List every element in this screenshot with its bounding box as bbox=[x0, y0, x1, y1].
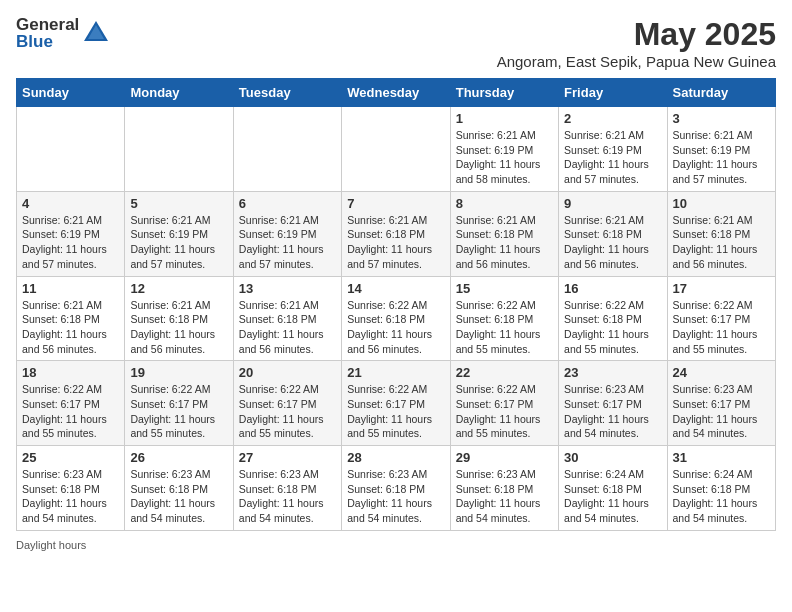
days-of-week-header: SundayMondayTuesdayWednesdayThursdayFrid… bbox=[17, 79, 776, 107]
logo: General Blue bbox=[16, 16, 110, 50]
day-cell: 20Sunrise: 6:22 AM Sunset: 6:17 PM Dayli… bbox=[233, 361, 341, 446]
day-number: 29 bbox=[456, 450, 553, 465]
day-number: 22 bbox=[456, 365, 553, 380]
day-cell: 22Sunrise: 6:22 AM Sunset: 6:17 PM Dayli… bbox=[450, 361, 558, 446]
day-number: 7 bbox=[347, 196, 444, 211]
day-cell: 10Sunrise: 6:21 AM Sunset: 6:18 PM Dayli… bbox=[667, 191, 775, 276]
footer: Daylight hours bbox=[16, 539, 776, 551]
day-number: 26 bbox=[130, 450, 227, 465]
day-info: Sunrise: 6:21 AM Sunset: 6:18 PM Dayligh… bbox=[347, 213, 444, 272]
day-number: 12 bbox=[130, 281, 227, 296]
day-number: 4 bbox=[22, 196, 119, 211]
day-cell: 3Sunrise: 6:21 AM Sunset: 6:19 PM Daylig… bbox=[667, 107, 775, 192]
day-info: Sunrise: 6:21 AM Sunset: 6:19 PM Dayligh… bbox=[239, 213, 336, 272]
day-info: Sunrise: 6:24 AM Sunset: 6:18 PM Dayligh… bbox=[673, 467, 770, 526]
day-info: Sunrise: 6:22 AM Sunset: 6:18 PM Dayligh… bbox=[456, 298, 553, 357]
day-number: 31 bbox=[673, 450, 770, 465]
day-number: 10 bbox=[673, 196, 770, 211]
day-cell: 1Sunrise: 6:21 AM Sunset: 6:19 PM Daylig… bbox=[450, 107, 558, 192]
day-number: 8 bbox=[456, 196, 553, 211]
day-info: Sunrise: 6:23 AM Sunset: 6:17 PM Dayligh… bbox=[673, 382, 770, 441]
day-cell: 25Sunrise: 6:23 AM Sunset: 6:18 PM Dayli… bbox=[17, 446, 125, 531]
day-cell: 5Sunrise: 6:21 AM Sunset: 6:19 PM Daylig… bbox=[125, 191, 233, 276]
day-info: Sunrise: 6:22 AM Sunset: 6:17 PM Dayligh… bbox=[239, 382, 336, 441]
day-info: Sunrise: 6:21 AM Sunset: 6:19 PM Dayligh… bbox=[673, 128, 770, 187]
day-info: Sunrise: 6:24 AM Sunset: 6:18 PM Dayligh… bbox=[564, 467, 661, 526]
location-title: Angoram, East Sepik, Papua New Guinea bbox=[497, 53, 776, 70]
week-row-3: 11Sunrise: 6:21 AM Sunset: 6:18 PM Dayli… bbox=[17, 276, 776, 361]
day-number: 19 bbox=[130, 365, 227, 380]
day-number: 25 bbox=[22, 450, 119, 465]
day-number: 27 bbox=[239, 450, 336, 465]
day-cell bbox=[233, 107, 341, 192]
day-number: 9 bbox=[564, 196, 661, 211]
logo-blue: Blue bbox=[16, 33, 79, 50]
page-header: General Blue May 2025 Angoram, East Sepi… bbox=[16, 16, 776, 70]
day-number: 13 bbox=[239, 281, 336, 296]
day-info: Sunrise: 6:22 AM Sunset: 6:18 PM Dayligh… bbox=[564, 298, 661, 357]
day-cell: 7Sunrise: 6:21 AM Sunset: 6:18 PM Daylig… bbox=[342, 191, 450, 276]
day-info: Sunrise: 6:21 AM Sunset: 6:18 PM Dayligh… bbox=[22, 298, 119, 357]
day-cell: 23Sunrise: 6:23 AM Sunset: 6:17 PM Dayli… bbox=[559, 361, 667, 446]
day-cell: 18Sunrise: 6:22 AM Sunset: 6:17 PM Dayli… bbox=[17, 361, 125, 446]
day-number: 30 bbox=[564, 450, 661, 465]
day-info: Sunrise: 6:23 AM Sunset: 6:18 PM Dayligh… bbox=[456, 467, 553, 526]
day-cell bbox=[125, 107, 233, 192]
day-info: Sunrise: 6:21 AM Sunset: 6:18 PM Dayligh… bbox=[239, 298, 336, 357]
day-info: Sunrise: 6:21 AM Sunset: 6:18 PM Dayligh… bbox=[564, 213, 661, 272]
day-number: 20 bbox=[239, 365, 336, 380]
dow-thursday: Thursday bbox=[450, 79, 558, 107]
day-info: Sunrise: 6:23 AM Sunset: 6:18 PM Dayligh… bbox=[347, 467, 444, 526]
day-info: Sunrise: 6:21 AM Sunset: 6:19 PM Dayligh… bbox=[564, 128, 661, 187]
day-cell: 31Sunrise: 6:24 AM Sunset: 6:18 PM Dayli… bbox=[667, 446, 775, 531]
day-info: Sunrise: 6:22 AM Sunset: 6:17 PM Dayligh… bbox=[456, 382, 553, 441]
day-info: Sunrise: 6:21 AM Sunset: 6:18 PM Dayligh… bbox=[130, 298, 227, 357]
week-row-5: 25Sunrise: 6:23 AM Sunset: 6:18 PM Dayli… bbox=[17, 446, 776, 531]
day-number: 2 bbox=[564, 111, 661, 126]
day-info: Sunrise: 6:22 AM Sunset: 6:17 PM Dayligh… bbox=[347, 382, 444, 441]
month-title: May 2025 bbox=[497, 16, 776, 53]
day-cell: 2Sunrise: 6:21 AM Sunset: 6:19 PM Daylig… bbox=[559, 107, 667, 192]
day-number: 6 bbox=[239, 196, 336, 211]
week-row-1: 1Sunrise: 6:21 AM Sunset: 6:19 PM Daylig… bbox=[17, 107, 776, 192]
title-block: May 2025 Angoram, East Sepik, Papua New … bbox=[497, 16, 776, 70]
day-info: Sunrise: 6:23 AM Sunset: 6:17 PM Dayligh… bbox=[564, 382, 661, 441]
day-number: 5 bbox=[130, 196, 227, 211]
dow-friday: Friday bbox=[559, 79, 667, 107]
day-number: 17 bbox=[673, 281, 770, 296]
day-cell: 27Sunrise: 6:23 AM Sunset: 6:18 PM Dayli… bbox=[233, 446, 341, 531]
day-cell: 12Sunrise: 6:21 AM Sunset: 6:18 PM Dayli… bbox=[125, 276, 233, 361]
day-cell: 29Sunrise: 6:23 AM Sunset: 6:18 PM Dayli… bbox=[450, 446, 558, 531]
day-number: 14 bbox=[347, 281, 444, 296]
day-cell: 26Sunrise: 6:23 AM Sunset: 6:18 PM Dayli… bbox=[125, 446, 233, 531]
day-number: 1 bbox=[456, 111, 553, 126]
logo-icon bbox=[82, 19, 110, 47]
calendar-body: 1Sunrise: 6:21 AM Sunset: 6:19 PM Daylig… bbox=[17, 107, 776, 531]
day-info: Sunrise: 6:22 AM Sunset: 6:18 PM Dayligh… bbox=[347, 298, 444, 357]
day-cell: 16Sunrise: 6:22 AM Sunset: 6:18 PM Dayli… bbox=[559, 276, 667, 361]
day-info: Sunrise: 6:23 AM Sunset: 6:18 PM Dayligh… bbox=[239, 467, 336, 526]
day-info: Sunrise: 6:21 AM Sunset: 6:19 PM Dayligh… bbox=[130, 213, 227, 272]
day-info: Sunrise: 6:21 AM Sunset: 6:19 PM Dayligh… bbox=[22, 213, 119, 272]
day-info: Sunrise: 6:21 AM Sunset: 6:18 PM Dayligh… bbox=[673, 213, 770, 272]
day-number: 3 bbox=[673, 111, 770, 126]
week-row-2: 4Sunrise: 6:21 AM Sunset: 6:19 PM Daylig… bbox=[17, 191, 776, 276]
day-info: Sunrise: 6:21 AM Sunset: 6:19 PM Dayligh… bbox=[456, 128, 553, 187]
day-number: 18 bbox=[22, 365, 119, 380]
day-cell: 24Sunrise: 6:23 AM Sunset: 6:17 PM Dayli… bbox=[667, 361, 775, 446]
day-cell: 11Sunrise: 6:21 AM Sunset: 6:18 PM Dayli… bbox=[17, 276, 125, 361]
logo-general: General bbox=[16, 16, 79, 33]
day-cell: 13Sunrise: 6:21 AM Sunset: 6:18 PM Dayli… bbox=[233, 276, 341, 361]
dow-saturday: Saturday bbox=[667, 79, 775, 107]
day-number: 23 bbox=[564, 365, 661, 380]
dow-sunday: Sunday bbox=[17, 79, 125, 107]
day-cell: 4Sunrise: 6:21 AM Sunset: 6:19 PM Daylig… bbox=[17, 191, 125, 276]
day-cell bbox=[342, 107, 450, 192]
day-info: Sunrise: 6:22 AM Sunset: 6:17 PM Dayligh… bbox=[22, 382, 119, 441]
day-cell: 8Sunrise: 6:21 AM Sunset: 6:18 PM Daylig… bbox=[450, 191, 558, 276]
day-cell: 14Sunrise: 6:22 AM Sunset: 6:18 PM Dayli… bbox=[342, 276, 450, 361]
day-cell bbox=[17, 107, 125, 192]
day-cell: 28Sunrise: 6:23 AM Sunset: 6:18 PM Dayli… bbox=[342, 446, 450, 531]
day-number: 28 bbox=[347, 450, 444, 465]
dow-tuesday: Tuesday bbox=[233, 79, 341, 107]
